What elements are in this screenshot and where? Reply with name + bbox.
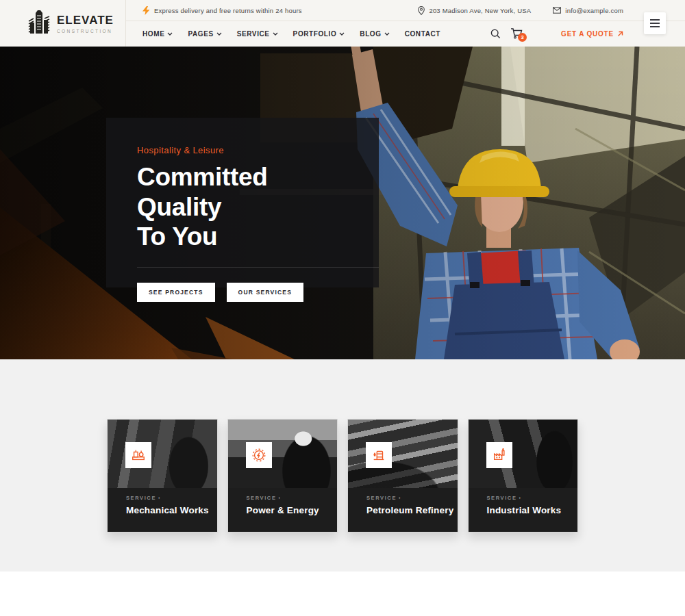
topbar: Express delivery and free returns within… — [126, 0, 685, 21]
service-tag-text: SERVICE — [487, 495, 517, 501]
service-title: Power & Energy — [247, 505, 338, 515]
service-icon-box — [486, 442, 512, 468]
hero-title: Committed Quality To You — [137, 162, 358, 252]
service-photo — [228, 420, 338, 488]
service-tag-text: SERVICE — [366, 495, 397, 501]
lightning-icon — [142, 6, 150, 15]
service-title: Industrial Works — [487, 505, 578, 515]
brand-name: ELEVATE — [57, 14, 114, 27]
header-right: Express delivery and free returns within… — [125, 0, 685, 47]
service-tag-text: SERVICE — [247, 495, 277, 501]
service-icon-box — [366, 442, 392, 468]
service-caption: SERVICE› Mechanical Works — [108, 488, 217, 515]
promo-text: Express delivery and free returns within… — [154, 7, 302, 14]
search-icon[interactable] — [490, 29, 501, 39]
chevron-down-icon — [167, 32, 173, 36]
hero-buttons: SEE PROJECTS OUR SERVICES — [137, 283, 358, 302]
power-energy-icon — [251, 448, 266, 463]
nav-item-service[interactable]: SERVICE — [237, 30, 278, 38]
service-photo — [348, 420, 458, 488]
service-icon-box — [125, 442, 151, 468]
chevron-right-icon: › — [519, 495, 521, 501]
brand-tagline: CONSTRUCTION — [57, 29, 114, 34]
menu-toggle-button[interactable] — [644, 12, 666, 34]
service-caption: SERVICE› Industrial Works — [469, 488, 578, 515]
hero-divider — [137, 267, 379, 268]
bottom-whitespace — [0, 572, 685, 616]
hero-section: Hospitality & Leisure Committed Quality … — [0, 47, 685, 359]
service-title: Petroleum Refinery — [366, 505, 458, 515]
our-services-button[interactable]: OUR SERVICES — [227, 283, 303, 302]
service-tag: SERVICE› — [126, 495, 217, 501]
see-projects-button[interactable]: SEE PROJECTS — [137, 283, 215, 302]
logo-text: ELEVATE CONSTRUCTION — [57, 14, 114, 34]
hero-title-line2: To You — [137, 222, 217, 251]
envelope-icon — [553, 7, 561, 14]
chevron-right-icon: › — [279, 495, 281, 501]
topbar-right: 203 Madison Ave, New York, USA info@exam… — [418, 6, 623, 15]
service-card-mechanical[interactable]: SERVICE› Mechanical Works — [107, 419, 218, 532]
chevron-down-icon — [273, 32, 278, 36]
chevron-right-icon: › — [399, 495, 401, 501]
nav-item-home[interactable]: HOME — [142, 30, 173, 38]
email-text: info@example.com — [565, 7, 623, 14]
logo[interactable]: ELEVATE CONSTRUCTION — [0, 0, 125, 47]
hero-kicker: Hospitality & Leisure — [137, 145, 358, 155]
nav-label: HOME — [142, 30, 164, 38]
service-caption: SERVICE› Petroleum Refinery — [348, 488, 458, 515]
service-icon-box — [246, 442, 272, 468]
oil-refinery-icon — [371, 448, 386, 463]
nav-label: CONTACT — [405, 30, 440, 38]
cart-button[interactable]: 3 — [510, 28, 523, 39]
site-header: ELEVATE CONSTRUCTION Express delivery an… — [0, 0, 685, 47]
nav-label: BLOG — [360, 30, 381, 38]
location-pin-icon — [418, 6, 425, 15]
chevron-down-icon — [216, 32, 222, 36]
service-tag: SERVICE› — [366, 495, 458, 501]
service-tag: SERVICE› — [247, 495, 338, 501]
services-section: SERVICE› Mechanical Works SERVICE› — [0, 359, 685, 572]
get-a-quote-link[interactable]: GET A QUOTE — [561, 30, 623, 38]
service-card-industrial[interactable]: SERVICE› Industrial Works — [468, 419, 579, 532]
service-tag-text: SERVICE — [126, 495, 156, 501]
service-card-petroleum[interactable]: SERVICE› Petroleum Refinery — [347, 419, 458, 532]
nav-label: SERVICE — [237, 30, 270, 38]
service-cards: SERVICE› Mechanical Works SERVICE› — [107, 359, 578, 532]
service-card-power[interactable]: SERVICE› Power & Energy — [227, 419, 338, 532]
service-tag: SERVICE› — [487, 495, 578, 501]
address-item: 203 Madison Ave, New York, USA — [418, 6, 531, 15]
hero-title-line1: Committed Quality — [137, 163, 268, 221]
service-photo — [108, 420, 217, 488]
lathe-machine-icon — [131, 448, 146, 463]
chevron-down-icon — [339, 32, 345, 36]
nav-label: PORTFOLIO — [293, 30, 337, 38]
main-nav: HOME PAGES SERVICE PORTFOLIO BLOG — [126, 21, 685, 46]
service-photo — [469, 420, 578, 488]
cart-count-badge: 3 — [518, 33, 527, 42]
service-caption: SERVICE› Power & Energy — [228, 488, 338, 515]
header-icon-buttons: 3 — [490, 28, 523, 39]
nav-item-portfolio[interactable]: PORTFOLIO — [293, 30, 345, 38]
arrow-up-right-icon — [617, 31, 623, 37]
menu-line — [650, 19, 660, 21]
chevron-down-icon — [384, 32, 390, 36]
page: ELEVATE CONSTRUCTION Express delivery an… — [0, 0, 685, 616]
address-text: 203 Madison Ave, New York, USA — [429, 7, 531, 14]
nav-item-pages[interactable]: PAGES — [188, 30, 221, 38]
nav-item-blog[interactable]: BLOG — [360, 30, 389, 38]
promo-message: Express delivery and free returns within… — [142, 6, 302, 15]
menu-line — [650, 26, 660, 27]
email-item[interactable]: info@example.com — [553, 6, 623, 15]
quote-label: GET A QUOTE — [561, 30, 614, 38]
nav-label: PAGES — [188, 30, 213, 38]
menu-line — [650, 23, 660, 24]
service-title: Mechanical Works — [126, 505, 217, 515]
hero-content-panel: Hospitality & Leisure Committed Quality … — [106, 118, 379, 287]
chevron-right-icon: › — [158, 495, 160, 501]
logo-buildings-icon — [27, 10, 51, 36]
nav-item-contact[interactable]: CONTACT — [405, 30, 440, 38]
factory-icon — [492, 448, 507, 463]
